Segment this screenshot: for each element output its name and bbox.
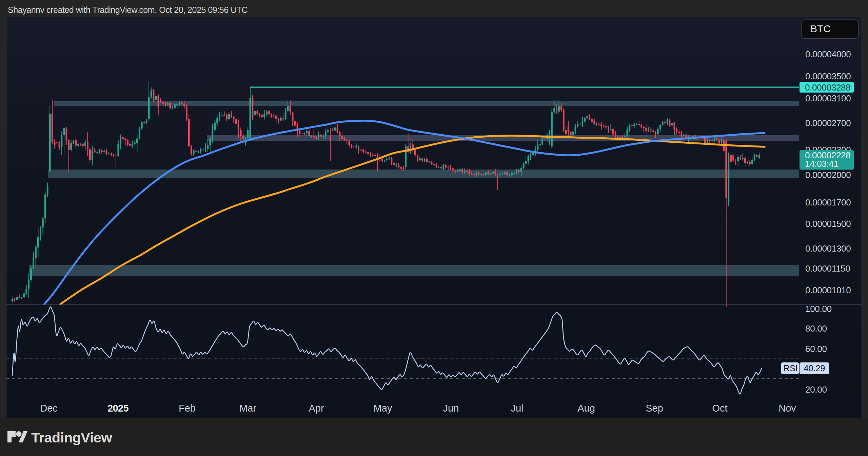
- svg-text:0.00001150: 0.00001150: [805, 263, 850, 274]
- svg-text:BTC: BTC: [810, 23, 831, 34]
- svg-text:Mar: Mar: [239, 403, 256, 414]
- svg-text:0.00001500: 0.00001500: [805, 219, 851, 229]
- svg-text:TradingView: TradingView: [31, 430, 112, 445]
- svg-text:14:03:41: 14:03:41: [805, 159, 839, 169]
- svg-text:0.00001300: 0.00001300: [805, 243, 851, 254]
- svg-text:0.00003288: 0.00003288: [805, 82, 850, 93]
- svg-text:40.29: 40.29: [804, 363, 825, 373]
- svg-text:Jun: Jun: [443, 403, 459, 414]
- svg-text:0.00004000: 0.00004000: [805, 49, 851, 59]
- svg-text:Aug: Aug: [577, 403, 595, 414]
- svg-text:Oct: Oct: [712, 403, 727, 414]
- svg-text:20.00: 20.00: [805, 384, 827, 395]
- svg-text:0.00002700: 0.00002700: [805, 118, 851, 128]
- svg-text:Dec: Dec: [40, 403, 58, 414]
- svg-text:100.00: 100.00: [805, 304, 832, 314]
- svg-text:May: May: [374, 403, 392, 414]
- svg-text:Apr: Apr: [309, 403, 324, 414]
- svg-text:Sep: Sep: [646, 403, 663, 414]
- svg-text:60.00: 60.00: [805, 344, 827, 354]
- svg-text:0.00001700: 0.00001700: [805, 197, 851, 207]
- svg-text:Jul: Jul: [511, 403, 523, 414]
- svg-text:Feb: Feb: [179, 403, 196, 414]
- svg-text:Nov: Nov: [778, 403, 796, 414]
- svg-text:0.00001010: 0.00001010: [805, 285, 851, 295]
- svg-text:0.00002000: 0.00002000: [805, 170, 851, 180]
- svg-text:2025: 2025: [107, 403, 129, 414]
- svg-text:80.00: 80.00: [805, 323, 827, 334]
- svg-text:RSI: RSI: [784, 363, 798, 373]
- svg-text:Shayannv created with TradingV: Shayannv created with TradingView.com, O…: [8, 5, 248, 15]
- svg-text:0.00003100: 0.00003100: [805, 93, 851, 103]
- svg-text:0.00003500: 0.00003500: [805, 71, 851, 81]
